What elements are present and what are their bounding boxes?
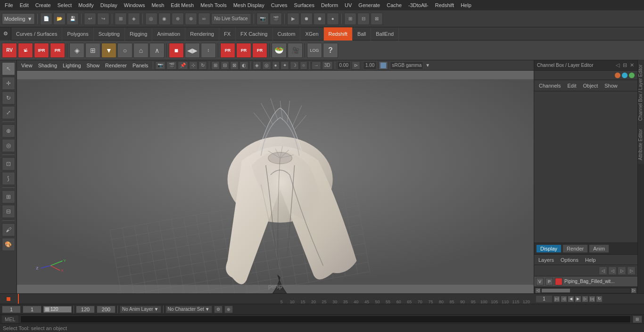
vp-shaded-icon[interactable]: ⊠	[230, 61, 239, 70]
shelf-icon-8[interactable]: ○	[117, 43, 132, 58]
vp-gamma-selector[interactable]: sRGB gamma	[390, 61, 423, 70]
menu-uv[interactable]: UV	[342, 1, 355, 9]
vp-3d-icon[interactable]: 3D	[322, 61, 333, 70]
vp-cam-icon[interactable]: 📷	[155, 61, 165, 70]
cam2-btn[interactable]: 🎬	[270, 13, 282, 25]
vp-value1[interactable]: 0.00	[337, 61, 351, 70]
status-max-frame[interactable]: 200	[97, 306, 116, 313]
layer-icon-4[interactable]: ▷	[627, 267, 636, 275]
cb-minimize-btn[interactable]: ◁	[615, 63, 620, 68]
color-swatch-blue[interactable]	[622, 73, 627, 78]
shelf-icon-log[interactable]: LOG	[307, 43, 322, 58]
snap5-btn[interactable]: ∞	[198, 13, 210, 25]
layer-icon-1[interactable]: ◁	[599, 267, 607, 275]
shelf-tab-ball[interactable]: Ball	[353, 27, 371, 40]
shelf-tab-rendering[interactable]: Rendering	[185, 27, 219, 40]
tl-loop-btn[interactable]: ↻	[596, 296, 603, 302]
lasso-btn[interactable]: ⟆	[2, 172, 15, 185]
shelf-icon-13[interactable]: ↕	[201, 43, 216, 58]
universal-manip-btn[interactable]: ⊕	[2, 124, 15, 138]
layer-v-btn[interactable]: V	[536, 278, 544, 285]
menu-generate[interactable]: Generate	[355, 1, 383, 9]
cmd-right-btn[interactable]: ⊞	[633, 316, 642, 323]
shelf-tab-animation[interactable]: Animation	[152, 27, 185, 40]
snap2-btn[interactable]: ◉	[158, 13, 171, 25]
shelf-tab-rigging[interactable]: Rigging	[125, 27, 152, 40]
mode-selector[interactable]: Modeling ▼	[2, 13, 35, 24]
cb-float-btn[interactable]: ⊟	[622, 63, 627, 68]
sculpt-btn[interactable]: 🖌	[2, 223, 15, 236]
extra1-btn[interactable]: ⊞	[344, 13, 356, 25]
layer-icon-3[interactable]: ▷	[618, 267, 626, 275]
render4-btn[interactable]: ●	[327, 13, 339, 25]
soft-select-btn[interactable]: ◎	[2, 139, 15, 152]
shelf-tab-custom[interactable]: Custom	[273, 27, 301, 40]
menu-cache[interactable]: Cache	[384, 1, 405, 9]
rotate-btn[interactable]: ↻	[2, 91, 15, 105]
render2-btn[interactable]: ⏺	[300, 13, 313, 25]
menu-create[interactable]: Create	[33, 1, 54, 9]
menu-file[interactable]: File	[2, 1, 16, 9]
vp-v1-icon[interactable]: ⊳	[352, 61, 360, 70]
menu-help[interactable]: Help	[458, 1, 474, 9]
shelf-icon-pr3[interactable]: PR	[252, 43, 267, 58]
redo-btn[interactable]: ↪	[97, 13, 109, 25]
menu-modify[interactable]: Modify	[75, 1, 96, 9]
gamma-arrow[interactable]: ▼	[424, 63, 431, 68]
transform-btn[interactable]: ✛	[2, 77, 15, 90]
vp-arrow-icon[interactable]: →	[312, 61, 321, 70]
vp-nurbs-icon[interactable]: ●	[272, 61, 280, 70]
side-tab-channel-box[interactable]: Channel Box / Layer Editor	[638, 60, 644, 125]
layer-color-swatch[interactable]	[555, 278, 562, 285]
status-start-frame[interactable]: 1	[2, 306, 21, 313]
tl-ruler[interactable]: 5 10 15 20 25 30 35 40 45 50 55 60 65 70…	[17, 294, 534, 304]
shelf-tab-fx[interactable]: FX	[219, 27, 236, 40]
vp-color-btn[interactable]	[379, 61, 388, 70]
no-live-surface[interactable]: No Live Surface	[211, 13, 251, 24]
layer-menu-options[interactable]: Options	[558, 257, 581, 263]
shelf-icon-camera[interactable]: 🎥	[288, 43, 303, 58]
vp-menu-show[interactable]: Show	[84, 62, 102, 69]
open-btn[interactable]: 📂	[53, 13, 66, 25]
menu-display[interactable]: Display	[98, 1, 120, 9]
menu-select[interactable]: Select	[55, 1, 75, 9]
layer-menu-layers[interactable]: Layers	[536, 257, 556, 263]
tl-prev-key-btn[interactable]: |◁	[553, 296, 560, 302]
shelf-icon-7[interactable]: ▼	[101, 43, 116, 58]
marquee-btn[interactable]: ⊡	[2, 157, 15, 170]
cb-close-btn[interactable]: ✕	[629, 63, 635, 68]
vp-wireframe-icon[interactable]: ⊟	[221, 61, 229, 70]
vp-menu-lighting[interactable]: Lighting	[60, 62, 83, 69]
shelf-tab-redshift[interactable]: Redshift	[324, 27, 353, 40]
save-btn[interactable]: 💾	[66, 13, 79, 25]
vp-menu-shading[interactable]: Shading	[36, 62, 59, 69]
snap-btn[interactable]: ⊞	[2, 190, 15, 203]
shelf-icon-12[interactable]: ◀▶	[185, 43, 200, 58]
tl-play-back-btn[interactable]: ◀	[568, 296, 574, 302]
status-end-frame-value[interactable]: 120	[76, 306, 95, 313]
menu-mesh[interactable]: Mesh	[149, 1, 167, 9]
cam1-btn[interactable]: 📷	[256, 13, 269, 25]
shelf-icon-4[interactable]: PR	[50, 43, 65, 58]
shelf-tab-fx-caching[interactable]: FX Caching	[236, 27, 272, 40]
shelf-icon-pr2[interactable]: PR	[236, 43, 251, 58]
tl-next-btn[interactable]: ▷	[582, 296, 588, 302]
shelf-icon-help[interactable]: ?	[323, 43, 338, 58]
tl-prev-btn[interactable]: ◁	[561, 296, 567, 302]
status-icon-btn-2[interactable]: ⊕	[224, 306, 233, 313]
select-tool-btn[interactable]: ↖	[2, 62, 15, 75]
vp-move-icon[interactable]: ⊹	[189, 61, 198, 70]
status-current-frame[interactable]: 1	[23, 306, 41, 313]
menu-curves[interactable]: Curves	[268, 1, 290, 9]
scroll-thumb[interactable]	[542, 289, 570, 292]
vp-snap-icon[interactable]: 📌	[178, 61, 188, 70]
tl-next-key-btn[interactable]: ▷|	[589, 296, 595, 302]
cb-tab-edit[interactable]: Edit	[564, 82, 579, 89]
tl-current-frame[interactable]: 1	[536, 295, 553, 303]
shelf-tab-sculpting[interactable]: Sculpting	[94, 27, 125, 40]
shelf-icon-ipr[interactable]: IPR	[34, 43, 49, 58]
menu-edit-mesh[interactable]: Edit Mesh	[168, 1, 197, 9]
shelf-icon-5[interactable]: ◈	[69, 43, 84, 58]
shelf-icon-pr1[interactable]: PR	[220, 43, 235, 58]
extra2-btn[interactable]: ⊟	[357, 13, 370, 25]
